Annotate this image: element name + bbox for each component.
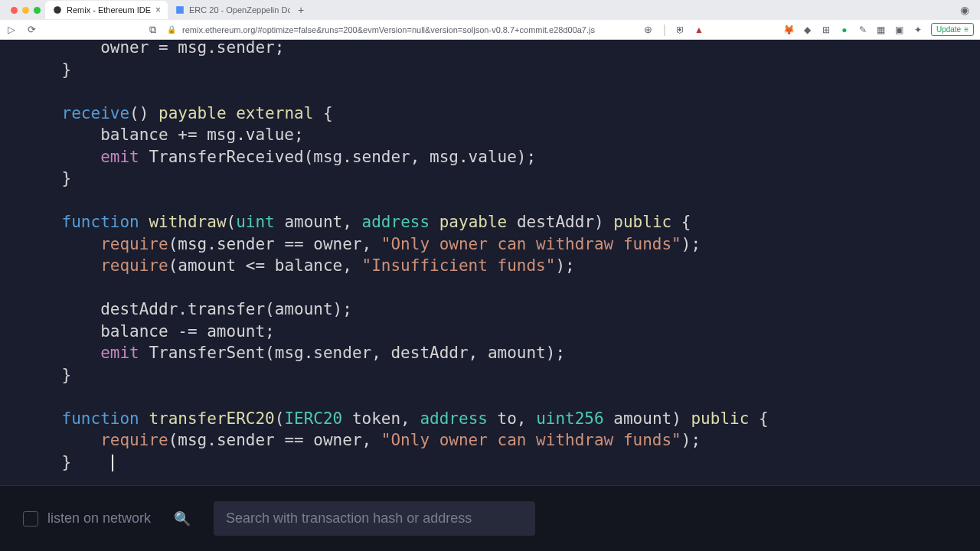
window-controls bbox=[6, 7, 45, 14]
minimize-window-icon[interactable] bbox=[22, 7, 29, 14]
tab-title: ERC 20 - OpenZeppelin Docs bbox=[189, 5, 290, 15]
extension-icon[interactable]: ✎ bbox=[858, 24, 868, 35]
tab-openzeppelin[interactable]: ERC 20 - OpenZeppelin Docs bbox=[168, 1, 290, 19]
listen-network-label: listen on network bbox=[47, 510, 151, 527]
tab-close-icon[interactable]: × bbox=[155, 5, 161, 15]
lock-icon: 🔒 bbox=[167, 25, 176, 34]
tab-title: Remix - Ethereum IDE bbox=[67, 5, 151, 15]
browser-tab-bar: Remix - Ethereum IDE × ERC 20 - OpenZepp… bbox=[0, 0, 980, 20]
brave-icon[interactable]: ▲ bbox=[694, 24, 704, 35]
extension-icon[interactable]: ● bbox=[839, 24, 850, 35]
extension-icon[interactable]: ▦ bbox=[876, 24, 887, 35]
extension-icon[interactable]: ▣ bbox=[894, 24, 905, 35]
extension-icon[interactable]: ◆ bbox=[802, 24, 813, 35]
hamburger-icon: ≡ bbox=[964, 25, 969, 34]
url-field[interactable]: 🔒 remix.ethereum.org/#optimize=false&run… bbox=[167, 25, 634, 34]
forward-icon[interactable]: ▷ bbox=[6, 24, 17, 35]
code-editor[interactable]: owner = msg.sender; } receive() payable … bbox=[0, 40, 980, 485]
new-tab-button[interactable]: + bbox=[290, 4, 312, 16]
install-app-icon[interactable]: ⧉ bbox=[147, 24, 158, 35]
address-bar: ▷ ⟳ ⧉ 🔒 remix.ethereum.org/#optimize=fal… bbox=[0, 20, 980, 40]
terminal-panel: listen on network 🔍 Search with transact… bbox=[0, 485, 980, 551]
text-cursor bbox=[112, 455, 113, 471]
reload-icon[interactable]: ⟳ bbox=[26, 24, 37, 35]
remix-favicon-icon bbox=[53, 5, 62, 15]
svg-rect-1 bbox=[176, 6, 184, 14]
shield-icon[interactable]: ⛨ bbox=[675, 24, 686, 35]
tab-remix[interactable]: Remix - Ethereum IDE × bbox=[45, 1, 168, 19]
zoom-icon[interactable]: ⊕ bbox=[643, 24, 654, 35]
extension-icons-right: 🦊 ◆ ⊞ ● ✎ ▦ ▣ ✦ Update ≡ bbox=[784, 23, 974, 36]
url-text: remix.ethereum.org/#optimize=false&runs=… bbox=[182, 25, 595, 34]
extension-icon[interactable]: ⊞ bbox=[821, 24, 831, 35]
tab-overflow-icon[interactable]: ◉ bbox=[960, 4, 974, 16]
code-content: owner = msg.sender; } receive() payable … bbox=[0, 40, 980, 473]
svg-point-0 bbox=[54, 6, 61, 14]
search-icon[interactable]: 🔍 bbox=[174, 510, 191, 527]
listen-network-checkbox[interactable] bbox=[23, 511, 38, 527]
maximize-window-icon[interactable] bbox=[34, 7, 41, 14]
openzeppelin-favicon-icon bbox=[175, 5, 185, 15]
transaction-search-input[interactable]: Search with transaction hash or address bbox=[214, 501, 535, 536]
extensions-menu-icon[interactable]: ✦ bbox=[913, 24, 923, 35]
extension-icons: ⛨ ▲ bbox=[675, 24, 704, 35]
update-button[interactable]: Update ≡ bbox=[931, 23, 974, 36]
metamask-icon[interactable]: 🦊 bbox=[784, 24, 795, 35]
close-window-icon[interactable] bbox=[11, 7, 18, 14]
